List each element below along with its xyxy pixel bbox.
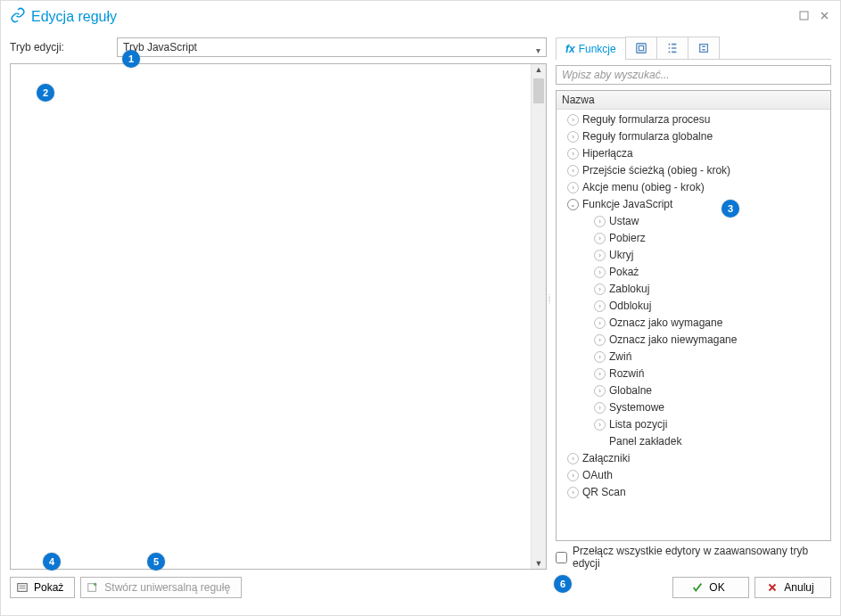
splitter-grip[interactable]: ⋮⋮⋮ [547, 295, 551, 303]
left-pane: Tryb edycji: Tryb JavaScript ▾ ▲ ▼ [10, 37, 547, 570]
editor-wrap: ▲ ▼ [10, 63, 547, 570]
tree-item-label: Akcje menu (obieg - krok) [582, 180, 705, 195]
window-controls [797, 9, 831, 25]
tree-child-item[interactable]: ›Panel zakładek [560, 433, 827, 450]
fx-icon: fx [565, 43, 575, 55]
function-tree[interactable]: ›Reguły formularza procesu›Reguły formul… [557, 110, 830, 503]
svg-rect-2 [639, 45, 643, 50]
expand-right-icon: › [567, 131, 579, 143]
tab-functions[interactable]: fx Funkcje [556, 37, 626, 60]
tree-child-item[interactable]: ›Zablokuj [560, 281, 827, 298]
tree-item[interactable]: ›Załączniki [560, 450, 827, 467]
tree-item-label: Ustaw [609, 214, 639, 229]
tree-child-item[interactable]: ›Ustaw [560, 213, 827, 230]
tree-child-item[interactable]: ›Ukryj [560, 247, 827, 264]
tree-item-label: QR Scan [582, 485, 626, 500]
ok-button[interactable]: OK [672, 577, 749, 598]
scroll-thumb[interactable] [533, 78, 544, 103]
tree-child-item[interactable]: ›Rozwiń [560, 365, 827, 382]
expand-right-icon: › [594, 283, 606, 295]
tree-child-item[interactable]: ›Pobierz [560, 230, 827, 247]
tree-item-label: Zablokuj [609, 282, 649, 297]
right-pane: fx Funkcje Nazwa ›Reguły formularza proc… [556, 37, 831, 570]
svg-rect-0 [800, 12, 808, 20]
tree-item[interactable]: ›OAuth [560, 467, 827, 484]
expand-right-icon: › [594, 233, 606, 244]
tree-item-label: Pobierz [609, 231, 646, 246]
footer: Pokaż Stwórz uniwersalną regułę OK Anulu… [1, 570, 840, 607]
tab-functions-label: Funkcje [579, 43, 616, 55]
tree-child-item[interactable]: ›Oznacz jako niewymagane [560, 332, 827, 349]
expand-right-icon: › [594, 334, 606, 346]
tree-wrap: Nazwa ›Reguły formularza procesu›Reguły … [556, 90, 831, 541]
tree-child-item[interactable]: ›Zwiń [560, 349, 827, 365]
expand-right-icon: › [594, 385, 606, 397]
expand-right-icon: › [567, 470, 579, 481]
tree-child-item[interactable]: ›Pokaż [560, 264, 827, 281]
tree-item-label: OAuth [582, 468, 613, 483]
universal-rule-label: Stwórz uniwersalną regułę [104, 581, 230, 594]
universal-rule-button[interactable]: Stwórz uniwersalną regułę [80, 577, 242, 598]
expand-right-icon: › [567, 182, 579, 193]
titlebar: Edycja reguły [1, 1, 840, 31]
svg-rect-3 [699, 45, 707, 53]
tree-item-label: Funkcje JavaScript [582, 197, 672, 212]
show-button[interactable]: Pokaż [10, 577, 75, 598]
tree-child-item[interactable]: ›Oznacz jako wymagane [560, 315, 827, 332]
tree-child-item[interactable]: ›Systemowe [560, 399, 827, 416]
chevron-down-icon: ▾ [536, 42, 540, 60]
expand-right-icon: › [567, 165, 579, 177]
scroll-down-icon[interactable]: ▼ [532, 559, 546, 568]
link-icon [10, 7, 26, 27]
expand-right-icon: › [594, 300, 606, 312]
expand-right-icon: › [594, 402, 606, 414]
expand-right-icon: › [567, 114, 579, 126]
tree-item-label: Hiperłącza [582, 146, 633, 161]
mode-selected: Tryb JavaScript [123, 41, 197, 53]
expand-right-icon: › [594, 216, 606, 227]
tree-header: Nazwa [557, 91, 830, 110]
advanced-mode-input[interactable] [556, 552, 567, 563]
maximize-icon[interactable] [797, 9, 811, 25]
scroll-up-icon[interactable]: ▲ [532, 65, 546, 74]
tree-child-item[interactable]: ›Globalne [560, 382, 827, 399]
ok-button-label: OK [709, 581, 724, 594]
tree-item[interactable]: ›Reguły formularza globalne [560, 128, 827, 145]
tree-item-label: Oznacz jako niewymagane [609, 333, 737, 348]
tree-item-label: Globalne [609, 383, 652, 398]
close-icon[interactable] [818, 9, 831, 25]
code-editor[interactable] [11, 64, 531, 569]
tree-item[interactable]: ›Akcje menu (obieg - krok) [560, 179, 827, 196]
tree-item[interactable]: ›Hiperłącza [560, 145, 827, 162]
tab-panel4[interactable] [688, 37, 720, 59]
cancel-button[interactable]: Anuluj [754, 577, 831, 598]
advanced-mode-checkbox[interactable]: Przełącz wszystkie edytory w zaawansowan… [556, 545, 831, 570]
expand-right-icon: › [567, 487, 579, 498]
tree-item-label: Lista pozycji [609, 417, 667, 432]
mode-label: Tryb edycji: [10, 41, 110, 53]
tree-item-label: Rozwiń [609, 366, 644, 382]
tree-item[interactable]: ›Przejście ścieżką (obieg - krok) [560, 162, 827, 179]
tree-item-label: Reguły formularza globalne [582, 129, 713, 144]
tree-item-label: Panel zakładek [609, 434, 681, 449]
expand-right-icon: › [567, 453, 579, 464]
mode-select[interactable]: Tryb JavaScript ▾ [117, 37, 547, 57]
expand-right-icon: › [594, 317, 606, 329]
tree-item[interactable]: ›Reguły formularza procesu [560, 111, 827, 128]
tree-item-label: Pokaż [609, 265, 639, 280]
expand-right-icon: › [567, 148, 579, 160]
side-tabs: fx Funkcje [556, 37, 831, 60]
tab-panel3[interactable] [656, 37, 688, 59]
tab-panel2[interactable] [625, 37, 657, 59]
search-wrap [556, 65, 831, 85]
advanced-mode-label: Przełącz wszystkie edytory w zaawansowan… [573, 545, 831, 570]
expand-right-icon: › [594, 368, 606, 380]
tree-child-item[interactable]: ›Lista pozycji [560, 416, 827, 433]
search-input[interactable] [556, 65, 831, 85]
tree-item[interactable]: ›QR Scan [560, 484, 827, 501]
tree-child-item[interactable]: ›Odblokuj [560, 298, 827, 315]
tree-item[interactable]: ⌄Funkcje JavaScript [560, 196, 827, 213]
editor-scrollbar[interactable]: ▲ ▼ [531, 64, 546, 569]
expand-down-icon: ⌄ [567, 199, 579, 210]
tree-item-label: Załączniki [582, 451, 630, 466]
